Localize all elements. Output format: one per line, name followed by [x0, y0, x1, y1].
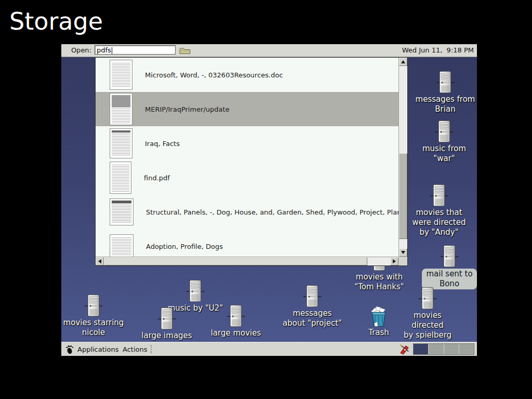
workspace-cell[interactable]	[429, 344, 444, 354]
result-row[interactable]: Microsoft, Word, -, 032603Resources.doc	[96, 58, 398, 92]
result-label: Structural, Panels, -, Dog, House, and, …	[146, 208, 398, 216]
gnome-foot-icon	[65, 344, 74, 354]
workspace-cell[interactable]	[459, 344, 474, 354]
computer-icon	[418, 286, 437, 310]
vertical-scroll-track[interactable]	[399, 66, 407, 248]
desktop-icon-messages-from-brian[interactable]: messages from Brian	[414, 70, 476, 114]
result-label: find.pdf	[144, 174, 170, 182]
folder-icon	[179, 46, 191, 55]
scroll-up-button[interactable]	[399, 58, 407, 66]
document-thumbnail	[110, 198, 134, 225]
result-row[interactable]: Iraq, Facts	[96, 126, 398, 161]
right-arrow-icon	[393, 259, 396, 263]
scroll-down-button[interactable]	[399, 248, 407, 257]
actions-menu-label: Actions	[123, 345, 148, 353]
desktop-icon-movies-directed-by-andy[interactable]: movies that were directed by "Andy"	[408, 183, 470, 237]
menu-handle[interactable]	[151, 345, 152, 353]
applications-menu-label: Applications	[77, 345, 118, 353]
document-thumbnail	[110, 128, 132, 158]
down-arrow-icon	[401, 251, 405, 254]
computer-icon	[186, 279, 205, 303]
desktop-icon-label: large movies	[205, 328, 267, 338]
workspace-switcher[interactable]	[413, 343, 474, 355]
open-folder-button[interactable]	[179, 45, 191, 56]
vertical-scrollbar[interactable]	[398, 58, 407, 257]
result-label: MERIP/IraqPrimer/update	[145, 105, 230, 113]
utility-knife-icon[interactable]	[399, 343, 410, 355]
desktop-icon-mail-sent-to-bono[interactable]: mail sent to Bono	[418, 244, 477, 289]
filename-input[interactable]: pdfs	[95, 45, 176, 55]
desktop-icon-label: messages from Brian	[414, 95, 476, 114]
computer-icon	[430, 183, 448, 207]
desktop-icon-label: messages about "project"	[281, 309, 343, 328]
desktop-icon-label: music from "war"	[413, 144, 475, 164]
desktop-icon-label: large images	[136, 331, 198, 341]
up-arrow-icon	[401, 60, 405, 63]
desktop-icon-label: movies that were directed by "Andy"	[408, 208, 470, 237]
horizontal-scrollbar[interactable]	[96, 257, 398, 265]
document-thumbnail	[110, 162, 131, 194]
computer-icon	[227, 304, 245, 328]
document-thumbnail	[110, 93, 132, 125]
desktop-icon-messages-about-project[interactable]: messages about "project"	[281, 284, 343, 328]
document-thumbnail	[110, 234, 134, 257]
desktop-icon-movies-directed-by-spielberg[interactable]: movies directed by spielberg	[396, 286, 459, 340]
scroll-left-button[interactable]	[96, 257, 104, 265]
result-row[interactable]: find.pdf	[96, 161, 398, 195]
desktop-icon-large-movies[interactable]: large movies	[205, 304, 267, 338]
computer-icon	[303, 284, 322, 308]
open-location-bar: Open: pdfs Wed Jun 11, 9:18 PM	[61, 44, 477, 57]
desktop-icon-label: movies starring nicole	[62, 318, 125, 338]
text-caret	[112, 47, 112, 54]
applications-menu[interactable]: Applications	[62, 342, 122, 356]
result-label: Adoption, Profile, Dogs	[146, 243, 223, 250]
computer-icon	[84, 294, 103, 317]
search-results-popup: Microsoft, Word, -, 032603Resources.doc …	[95, 57, 408, 266]
result-row[interactable]: Adoption, Profile, Dogs	[96, 229, 398, 257]
workspace-cell[interactable]	[444, 344, 459, 354]
open-label: Open:	[61, 46, 91, 54]
desktop-icon-music-from-war[interactable]: music from "war"	[413, 119, 475, 164]
computer-icon	[440, 244, 459, 268]
scrollbar-corner	[398, 257, 407, 265]
clock: Wed Jun 11, 9:18 PM	[402, 46, 474, 54]
horizontal-scroll-thumb[interactable]	[104, 257, 367, 265]
actions-menu[interactable]: Actions	[119, 342, 151, 356]
workspace-cell-active[interactable]	[414, 344, 429, 354]
page-title: Storage	[9, 7, 103, 35]
result-label: Microsoft, Word, -, 032603Resources.doc	[145, 71, 283, 79]
filename-input-value: pdfs	[97, 46, 111, 54]
vertical-scroll-thumb[interactable]	[399, 153, 407, 239]
result-label: Iraq, Facts	[145, 140, 180, 148]
computer-icon	[435, 119, 454, 143]
result-row[interactable]: Structural, Panels, -, Dog, House, and, …	[96, 195, 398, 229]
computer-icon	[436, 70, 455, 94]
desktop-icon-movies-starring-nicole[interactable]: movies starring nicole	[62, 294, 125, 338]
taskbar: Applications Actions	[61, 342, 477, 356]
trash-icon	[368, 305, 390, 327]
scroll-right-button[interactable]	[390, 257, 398, 265]
result-row-selected[interactable]: MERIP/IraqPrimer/update	[96, 92, 398, 126]
horizontal-scroll-track[interactable]	[104, 257, 390, 265]
desktop-icon-large-images[interactable]: large images	[136, 307, 198, 341]
screen: Storage	[0, 0, 532, 399]
results-list: Microsoft, Word, -, 032603Resources.doc …	[96, 58, 398, 257]
left-arrow-icon	[98, 259, 101, 263]
document-thumbnail	[110, 60, 132, 90]
desktop-icon-label: movies directed by spielberg	[396, 311, 459, 340]
desktop: Open: pdfs Wed Jun 11, 9:18 PM movies wi…	[61, 44, 477, 356]
computer-icon	[157, 307, 176, 330]
